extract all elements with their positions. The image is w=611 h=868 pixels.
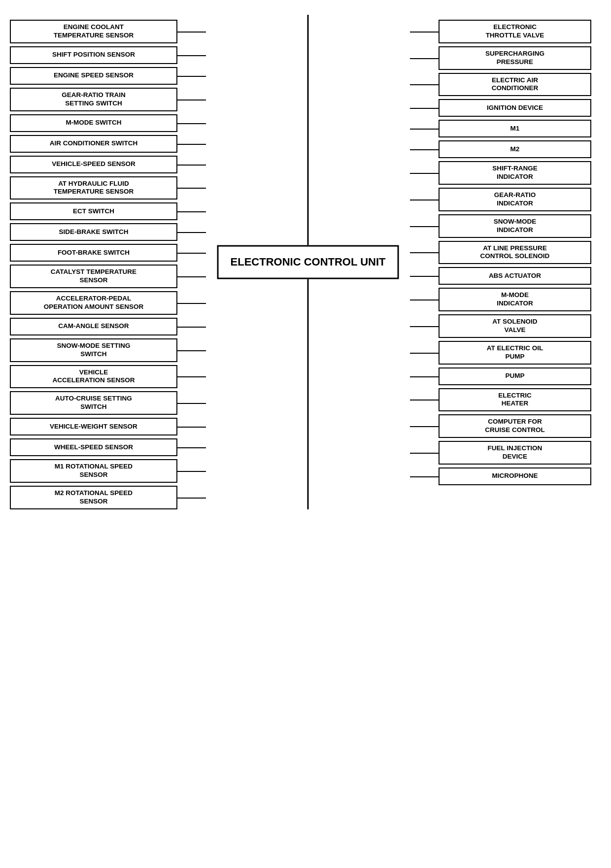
left-block-9: SIDE-BRAKE SWITCH	[10, 223, 177, 241]
right-block-17: FUEL INJECTION DEVICE	[439, 441, 591, 465]
left-block-20: M2 ROTATIONAL SPEED SENSOR	[10, 486, 177, 509]
right-block-13: AT ELECTRIC OIL PUMP	[439, 341, 591, 365]
right-block-5: M2	[439, 140, 591, 158]
right-block-12: AT SOLENOID VALVE	[439, 314, 591, 338]
center-column: ELECTRONIC CONTROL UNIT	[177, 15, 439, 509]
left-block-10: FOOT-BRAKE SWITCH	[10, 244, 177, 262]
left-block-8: ECT SWITCH	[10, 202, 177, 220]
right-block-9: AT LINE PRESSURE CONTROL SOLENOID	[439, 241, 591, 265]
right-block-14: PUMP	[439, 367, 591, 385]
right-block-7: GEAR-RATIO INDICATOR	[439, 188, 591, 211]
right-block-8: SNOW-MODE INDICATOR	[439, 214, 591, 238]
left-block-11: CATALYST TEMPERATURE SENSOR	[10, 265, 177, 288]
right-block-11: M-MODE INDICATOR	[439, 288, 591, 311]
right-block-2: ELECTRIC AIR CONDITIONER	[439, 73, 591, 97]
right-block-0: ELECTRONIC THROTTLE VALVE	[439, 20, 591, 43]
right-block-1: SUPERCHARGING PRESSURE	[439, 46, 591, 70]
left-block-17: VEHICLE-WEIGHT SENSOR	[10, 418, 177, 435]
right-block-18: MICROPHONE	[439, 467, 591, 485]
left-block-0: ENGINE COOLANT TEMPERATURE SENSOR	[10, 20, 177, 43]
right-column: ELECTRONIC THROTTLE VALVESUPERCHARGING P…	[439, 15, 591, 519]
ecu-box: ELECTRONIC CONTROL UNIT	[217, 245, 399, 279]
left-block-15: VEHICLE ACCELERATION SENSOR	[10, 365, 177, 389]
left-block-16: AUTO-CRUISE SETTING SWITCH	[10, 391, 177, 415]
left-block-4: M-MODE SWITCH	[10, 114, 177, 132]
left-block-13: CAM-ANGLE SENSOR	[10, 318, 177, 335]
left-block-3: GEAR-RATIO TRAIN SETTING SWITCH	[10, 88, 177, 111]
left-block-18: WHEEL-SPEED SENSOR	[10, 438, 177, 456]
right-block-15: ELECTRIC HEATER	[439, 388, 591, 412]
right-block-10: ABS ACTUATOR	[439, 267, 591, 285]
left-block-2: ENGINE SPEED SENSOR	[10, 67, 177, 85]
left-block-14: SNOW-MODE SETTING SWITCH	[10, 338, 177, 362]
left-block-5: AIR CONDITIONER SWITCH	[10, 135, 177, 153]
left-block-7: AT HYDRAULIC FLUID TEMPERATURE SENSOR	[10, 176, 177, 200]
left-block-12: ACCELERATOR-PEDAL OPERATION AMOUNT SENSO…	[10, 291, 177, 315]
right-block-16: COMPUTER FOR CRUISE CONTROL	[439, 414, 591, 438]
right-block-6: SHIFT-RANGE INDICATOR	[439, 161, 591, 185]
left-column: ENGINE COOLANT TEMPERATURE SENSORSHIFT P…	[10, 15, 177, 519]
left-block-1: SHIFT POSITION SENSOR	[10, 46, 177, 64]
right-block-4: M1	[439, 120, 591, 137]
left-block-6: VEHICLE-SPEED SENSOR	[10, 156, 177, 173]
left-block-19: M1 ROTATIONAL SPEED SENSOR	[10, 459, 177, 483]
right-block-3: IGNITION DEVICE	[439, 99, 591, 117]
